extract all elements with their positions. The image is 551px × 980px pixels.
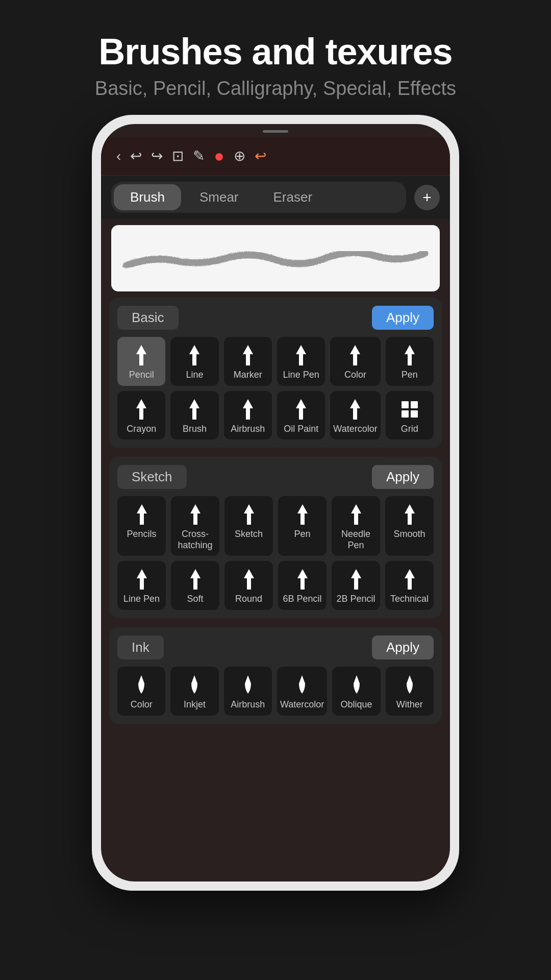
brush-icon-watercolor — [294, 674, 310, 696]
brush-name-oil-paint: Oil Paint — [284, 424, 318, 435]
tab-brush[interactable]: Brush — [114, 184, 181, 210]
sections-container: BasicApplyPencilLineMarkerLine PenColorP… — [101, 298, 450, 881]
pen-icon[interactable]: ✎ — [193, 148, 205, 164]
brush-item-technical[interactable]: Technical — [385, 561, 434, 610]
add-layer-icon[interactable]: ⊕ — [234, 148, 245, 164]
brush-item-brush[interactable]: Brush — [170, 391, 218, 440]
brush-item-6b-pencil[interactable]: 6B Pencil — [278, 561, 327, 610]
brush-icon-pencil — [133, 344, 149, 366]
brush-name-inkjet: Inkjet — [184, 699, 206, 710]
brush-item-color[interactable]: Color — [117, 667, 165, 716]
brush-icon-airbrush — [240, 674, 256, 696]
layers-icon[interactable]: ⊡ — [172, 148, 184, 164]
svg-marker-16 — [190, 504, 201, 525]
brush-name-2b-pencil: 2B Pencil — [336, 594, 375, 605]
brush-name-cross-hatching: Cross-hatching — [174, 529, 216, 551]
brush-name-airbrush: Airbrush — [231, 699, 265, 710]
brush-item-oblique[interactable]: Oblique — [332, 667, 380, 716]
brush-icon-line-pen — [134, 568, 150, 591]
apply-button-sketch[interactable]: Apply — [372, 465, 434, 489]
tab-group: Brush Smear Eraser — [111, 182, 406, 213]
brush-name-airbrush: Airbrush — [231, 424, 265, 435]
brush-grid-sketch: PencilsCross-hatchingSketchPenNeedle Pen… — [117, 496, 434, 610]
record-icon[interactable]: ● — [214, 146, 224, 166]
brush-item-pen[interactable]: Pen — [386, 337, 434, 386]
brush-item-watercolor[interactable]: Watercolor — [277, 667, 327, 716]
brush-name-smooth: Smooth — [393, 529, 425, 540]
toolbar-icons: ‹ ↩ ↪ ⊡ ✎ ● ⊕ ↩ — [116, 146, 266, 166]
section-basic: BasicApplyPencilLineMarkerLine PenColorP… — [109, 298, 442, 448]
brush-item-oil-paint[interactable]: Oil Paint — [277, 391, 325, 440]
page-title: Brushes and texures — [95, 31, 456, 72]
brush-item-grid[interactable]: Grid — [386, 391, 434, 440]
share-icon[interactable]: ↩ — [255, 148, 266, 164]
brush-item-crayon[interactable]: Crayon — [117, 391, 165, 440]
back-icon[interactable]: ‹ — [116, 148, 121, 164]
brush-name-pen: Pen — [294, 529, 310, 540]
svg-marker-1 — [189, 345, 199, 365]
svg-rect-12 — [411, 401, 418, 408]
redo-icon[interactable]: ↪ — [151, 148, 163, 164]
apply-button-ink[interactable]: Apply — [372, 635, 434, 659]
brush-name-line-pen: Line Pen — [283, 370, 319, 381]
brush-item-marker[interactable]: Marker — [224, 337, 272, 386]
brush-item-pencils[interactable]: Pencils — [117, 496, 166, 556]
tab-smear[interactable]: Smear — [183, 184, 255, 210]
brush-item-pencil[interactable]: Pencil — [117, 337, 165, 386]
page-subtitle: Basic, Pencil, Calligraphy, Special, Eff… — [95, 78, 456, 100]
brush-icon-line — [186, 344, 203, 366]
tab-add-button[interactable]: + — [414, 185, 440, 210]
brush-item-needle-pen[interactable]: Needle Pen — [332, 496, 380, 556]
section-label-ink: Ink — [117, 635, 164, 659]
brush-icon-sketch — [241, 503, 257, 526]
brush-item-line-pen[interactable]: Line Pen — [117, 561, 166, 610]
svg-marker-24 — [297, 569, 308, 590]
brush-item-sketch[interactable]: Sketch — [224, 496, 273, 556]
brush-name-6b-pencil: 6B Pencil — [283, 594, 321, 605]
brush-name-marker: Marker — [234, 370, 262, 381]
brush-item-2b-pencil[interactable]: 2B Pencil — [332, 561, 380, 610]
brush-icon-wither — [402, 674, 418, 696]
brush-item-watercolor[interactable]: Watercolor — [330, 391, 380, 440]
brush-name-sketch: Sketch — [235, 529, 263, 540]
brush-item-wither[interactable]: Wither — [386, 667, 434, 716]
brush-item-color[interactable]: Color — [330, 337, 380, 386]
brush-stroke-svg — [111, 225, 440, 291]
brush-name-line: Line — [186, 370, 203, 381]
apply-button-basic[interactable]: Apply — [372, 306, 434, 330]
brush-icon-line-pen — [293, 344, 309, 366]
svg-marker-7 — [189, 399, 199, 420]
brush-item-line[interactable]: Line — [170, 337, 218, 386]
brush-name-soft: Soft — [187, 594, 203, 605]
svg-rect-13 — [402, 410, 409, 418]
brush-item-pen[interactable]: Pen — [278, 496, 327, 556]
section-header-ink: InkApply — [117, 635, 434, 659]
svg-marker-10 — [350, 399, 360, 420]
brush-item-smooth[interactable]: Smooth — [385, 496, 434, 556]
brush-item-soft[interactable]: Soft — [171, 561, 219, 610]
undo-icon[interactable]: ↩ — [130, 148, 142, 164]
section-header-sketch: SketchApply — [117, 465, 434, 489]
brush-item-cross-hatching[interactable]: Cross-hatching — [171, 496, 219, 556]
brush-item-airbrush[interactable]: Airbrush — [224, 391, 272, 440]
brush-icon-soft — [187, 568, 204, 591]
svg-marker-18 — [297, 504, 308, 525]
brush-name-technical: Technical — [390, 594, 429, 605]
brush-item-airbrush[interactable]: Airbrush — [224, 667, 272, 716]
section-header-basic: BasicApply — [117, 306, 434, 330]
svg-marker-6 — [136, 399, 146, 420]
brush-name-crayon: Crayon — [127, 424, 156, 435]
brush-icon-round — [241, 568, 257, 591]
svg-rect-14 — [411, 410, 418, 418]
brush-name-oblique: Oblique — [340, 699, 372, 710]
brush-name-grid: Grid — [401, 424, 418, 435]
tab-eraser[interactable]: Eraser — [257, 184, 329, 210]
brush-icon-airbrush — [240, 398, 256, 421]
brush-item-line-pen[interactable]: Line Pen — [277, 337, 325, 386]
brush-item-inkjet[interactable]: Inkjet — [170, 667, 218, 716]
brush-icon-grid — [400, 398, 419, 421]
brush-icon-smooth — [402, 503, 418, 526]
brush-item-round[interactable]: Round — [224, 561, 273, 610]
brush-name-watercolor: Watercolor — [280, 699, 324, 710]
brush-icon-color — [133, 674, 149, 696]
